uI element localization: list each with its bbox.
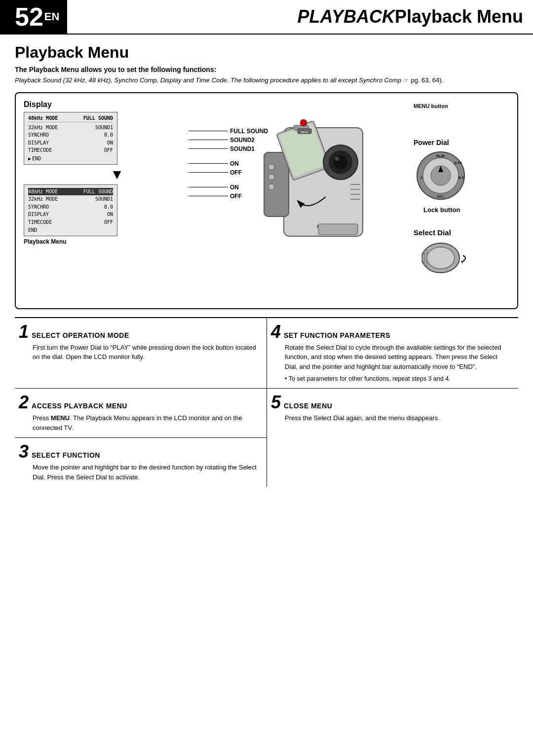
callout-on-off-group1: ON OFF [189,160,267,176]
callout-text-on1: ON [230,160,239,167]
select-dial-group: Select Dial [414,228,473,277]
menu-end-row-2: END [28,227,113,233]
step-5-header: 5 CLOSE MENU [271,394,511,411]
step-2-title: ACCESS PLAYBACK MENU [32,402,127,410]
svg-point-18 [268,164,274,170]
svg-text:A: A [420,176,423,180]
menu-screen-2: 48kHz MODEFULL SOUND 32kHz MODESOUND1 SY… [24,184,117,237]
steps-section: 1 SELECT OPERATION MODE First turn the P… [15,317,518,487]
svg-text:MENU: MENU [301,131,308,134]
page-number: 52EN [0,0,67,34]
step-2-body: Press MENU. The Playback Menu appears in… [33,413,260,432]
step-1-title: SELECT OPERATION MODE [32,331,129,339]
menu-header-row-1: 48kHz MODE FULL SOUND [28,115,113,122]
menu-row-1b: SYNCHRO0.0 [28,131,113,139]
svg-text:O FF: O FF [454,161,462,165]
step-4-title: SET FUNCTION PARAMETERS [284,331,390,339]
callout-text-sound2: SOUND2 [230,137,255,144]
menu-row-2d: DISPLAYON [28,211,113,218]
menu-row-1c: DISPLAYON [28,139,113,147]
step-5-body: Press the Select Dial again, and the men… [285,413,511,423]
step-5-title: CLOSE MENU [284,402,332,410]
menu-row-1d: TIMECODEOFF [28,146,113,154]
page-en-text: EN [44,10,60,23]
page-title: Playback Menu [15,43,518,62]
intro-body: Playback Sound (32 kHz, 48 kHz), Synchro… [15,76,401,84]
svg-point-20 [268,184,274,190]
arrow-down: ▼ [45,167,189,182]
svg-point-9 [300,119,307,126]
svg-text:B C: B C [458,176,464,180]
intro-bold: The Playback Menu allows you to set the … [15,66,518,73]
menu-row-2e: TIMECODEOFF [28,218,113,226]
power-dial-label: Power Dial [414,139,468,146]
callout-text-sound1: SOUND1 [230,145,255,152]
callout-on-off-group2: ON OFF [189,184,267,200]
svg-rect-1 [264,152,289,216]
intro-ref-text: pg. 63, 64). [411,76,443,84]
menu-button-label: MENU button [414,103,448,109]
step-3-number: 3 [19,443,29,461]
menu-row-2a: 48kHz MODEFULL SOUND [28,188,113,196]
step-4: 4 SET FUNCTION PARAMETERS Rotate the Sel… [266,318,518,389]
step-1-header: 1 SELECT OPERATION MODE [19,323,260,341]
step-2: 2 ACCESS PLAYBACK MENU Press MENU. The P… [15,389,266,438]
svg-rect-23 [318,224,358,235]
diagram-center: FULL SOUND SOUND2 SOUND1 ON [189,98,409,256]
step-3: 3 SELECT FUNCTION Move the pointer and h… [15,438,266,487]
step-5-number: 5 [271,394,281,411]
header-title: PLAYBACK Playback Menu [67,0,533,34]
callout-text-on2: ON [230,184,239,191]
step-1: 1 SELECT OPERATION MODE First turn the P… [15,318,266,389]
callout-text-full-sound: FULL SOUND [230,128,268,135]
diagram-right: MENU button Power Dial PLAY O FF B C REC… [409,98,512,277]
playback-menu-label: Playback Menu [24,238,189,245]
step-2-number: 2 [19,394,29,411]
svg-point-7 [335,157,339,161]
page-header: 52EN PLAYBACK Playback Menu [0,0,533,35]
callout-lines: FULL SOUND SOUND2 SOUND1 ON [189,128,267,202]
step-4-number: 4 [271,323,281,341]
power-dial-svg: PLAY O FF B C REC A [414,148,468,203]
step-1-body: First turn the Power Dial to “PLAY” whil… [33,343,260,362]
menu-end-row-1: ▶END [28,156,113,161]
step-4-header: 4 SET FUNCTION PARAMETERS [271,323,511,341]
intro-text: Playback Sound (32 kHz, 48 kHz), Synchro… [15,75,518,85]
intro-ref-icon: ☞ [403,76,409,84]
display-label: Display [24,100,189,109]
camera-illustration: MENU [254,98,382,256]
svg-text:REC: REC [437,195,445,198]
menu-row-1a: 32kHz MODESOUND1 [28,124,113,132]
diagram-left: Display 48kHz MODE FULL SOUND 32kHz MODE… [21,98,189,246]
step-4-body: Rotate the Select Dial to cycle through … [285,343,511,372]
step-2-bold-menu: MENU [51,414,70,422]
step-3-right-empty [266,438,518,487]
callout-text-off2: OFF [230,193,242,200]
svg-text:PLAY: PLAY [436,154,445,158]
step-4-bullet: • To set parameters for other functions,… [285,374,511,383]
step-3-title: SELECT FUNCTION [32,451,100,459]
callout-sound2: SOUND2 [189,137,267,144]
page-num-text: 52 [15,2,43,32]
header-italic-title: PLAYBACK [298,6,395,27]
power-dial-group: Power Dial PLAY O FF B C REC A [414,139,468,214]
diagram-box: Display 48kHz MODE FULL SOUND 32kHz MODE… [15,92,518,309]
menu-screen-1: 48kHz MODE FULL SOUND 32kHz MODESOUND1 S… [24,112,117,165]
lock-button-label: Lock button [423,206,468,214]
main-content: Playback Menu The Playback Menu allows y… [0,35,533,492]
menu-row-2b: 32kHz MODESOUND1 [28,195,113,203]
header-menu-title: Playback Menu [395,6,523,27]
select-dial-svg [414,241,473,275]
callout-sound1: SOUND1 [189,145,267,152]
step-2-header: 2 ACCESS PLAYBACK MENU [19,394,260,411]
svg-point-19 [268,174,274,180]
svg-point-33 [427,247,455,269]
step-5: 5 CLOSE MENU Press the Select Dial again… [266,389,518,438]
step-3-body: Move the pointer and highlight bar to th… [33,463,260,482]
step-1-number: 1 [19,323,29,341]
menu-row-2c: SYNCHRO0.0 [28,203,113,211]
callout-full-sound: FULL SOUND [189,128,267,135]
step-3-header: 3 SELECT FUNCTION [19,443,260,461]
select-dial-label: Select Dial [414,228,473,237]
callout-text-off1: OFF [230,169,242,176]
